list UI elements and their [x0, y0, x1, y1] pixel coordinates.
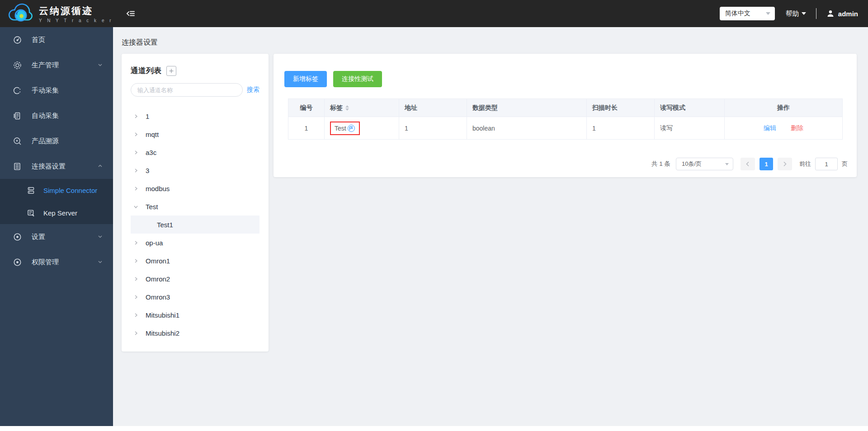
tree-item-label: Omron1: [146, 257, 170, 265]
sidebar-item-home[interactable]: 首页: [0, 27, 113, 52]
user-menu[interactable]: admin: [826, 9, 858, 18]
caret-right-icon[interactable]: [133, 114, 140, 119]
channel-tree: 1 mqtt a3c 3 modbus Test: [122, 107, 269, 342]
sidebar-collapse-icon[interactable]: [126, 9, 136, 18]
auto-collect-icon: [13, 111, 22, 120]
col-header-actions: 操作: [725, 99, 843, 117]
caret-right-icon[interactable]: [133, 240, 140, 245]
tree-item[interactable]: mqtt: [131, 125, 259, 143]
delete-link[interactable]: 删除: [791, 124, 803, 131]
tree-item[interactable]: modbus: [131, 179, 259, 197]
tree-item-label: Omron3: [146, 293, 170, 301]
tree-item-expanded[interactable]: Test: [131, 197, 259, 216]
app-logo: 云纳源循迹 Y N Y T r a c k e r: [7, 3, 113, 24]
tree-item[interactable]: Mitsubishi2: [131, 324, 259, 342]
caret-right-icon[interactable]: [133, 132, 140, 137]
main-content: 连接器设置 通道列表 搜索 1 mqtt a3c: [113, 27, 868, 426]
sidebar-item-label: 连接器设置: [32, 162, 98, 171]
tree-item-label: Mitsubishi2: [146, 329, 179, 337]
page-number-button[interactable]: 1: [760, 158, 773, 170]
tree-item[interactable]: a3c: [131, 143, 259, 161]
sidebar-subitem-label: Simple Connector: [43, 187, 97, 194]
channel-search-row: 搜索: [131, 83, 259, 97]
tree-item[interactable]: 3: [131, 161, 259, 179]
tree-item-label: Test1: [157, 221, 173, 229]
prev-page-button[interactable]: [741, 158, 755, 170]
server-icon: [26, 186, 35, 195]
caret-right-icon[interactable]: [133, 258, 140, 263]
language-select[interactable]: 简体中文: [720, 7, 775, 20]
tree-item[interactable]: Omron2: [131, 270, 259, 288]
app-title-block: 云纳源循迹 Y N Y T r a c k e r: [39, 5, 113, 23]
user-icon: [826, 9, 835, 18]
col-header-tag[interactable]: 标签: [325, 99, 399, 117]
tree-item[interactable]: op-ua: [131, 234, 259, 252]
sidebar-item-auto-collect[interactable]: 自动采集: [0, 103, 113, 128]
tag-value: Test: [335, 125, 346, 132]
sidebar-item-permissions[interactable]: 权限管理: [0, 249, 113, 275]
chevron-down-icon: [98, 259, 103, 265]
search-button[interactable]: 搜索: [247, 86, 259, 94]
sidebar-subitem-simple-connector[interactable]: Simple Connector: [0, 179, 113, 201]
edit-link[interactable]: 编辑: [764, 124, 776, 131]
app-subtitle: Y N Y T r a c k e r: [39, 18, 113, 23]
chevron-down-icon: [98, 234, 103, 239]
sidebar-item-label: 自动采集: [32, 112, 103, 120]
tree-item-label: Omron2: [146, 275, 170, 283]
bottom-scrollbar-track[interactable]: [0, 426, 868, 431]
help-menu[interactable]: 帮助: [786, 9, 806, 18]
tree-item[interactable]: Mitsubishi1: [131, 306, 259, 324]
next-page-button[interactable]: [778, 158, 792, 170]
tree-item-label: op-ua: [146, 239, 163, 247]
col-header-datatype: 数据类型: [467, 99, 587, 117]
header-divider: [816, 8, 816, 19]
chevron-down-icon: [725, 163, 729, 165]
sidebar-item-production[interactable]: 生产管理: [0, 52, 113, 78]
tree-item[interactable]: Omron1: [131, 252, 259, 270]
sidebar-item-connector-settings[interactable]: 连接器设置: [0, 154, 113, 179]
caret-right-icon[interactable]: [133, 276, 140, 281]
channel-list-panel: 通道列表 搜索 1 mqtt a3c 3: [122, 54, 269, 351]
caret-right-icon[interactable]: [133, 168, 140, 173]
chevron-down-icon: [98, 62, 103, 68]
cloud-logo-icon: [7, 3, 34, 24]
caret-right-icon[interactable]: [133, 331, 140, 336]
cell-actions: 编辑 删除: [725, 117, 843, 140]
add-tag-button[interactable]: 新增标签: [284, 71, 327, 87]
col-header-scan: 扫描时长: [587, 99, 655, 117]
caret-right-icon[interactable]: [133, 150, 140, 155]
sidebar-item-label: 设置: [32, 233, 98, 241]
flag-icon[interactable]: [348, 125, 355, 132]
goto-page-input[interactable]: [815, 158, 838, 170]
cell-rw-mode: 读写: [655, 117, 725, 140]
col-header-rwmode: 读写模式: [655, 99, 725, 117]
plus-icon: [169, 68, 174, 74]
sidebar-item-settings[interactable]: 设置: [0, 224, 113, 249]
tree-item-label: 1: [146, 112, 149, 120]
caret-right-icon[interactable]: [133, 295, 140, 300]
sidebar-nav: 首页 生产管理 手动采集 自动采集 产品溯源 连接器设置: [0, 27, 113, 426]
page-size-select[interactable]: 10条/页: [676, 158, 733, 170]
chevron-left-icon: [745, 161, 750, 167]
sort-icon[interactable]: [345, 105, 349, 111]
sidebar-item-product-trace[interactable]: 产品溯源: [0, 128, 113, 154]
tree-item[interactable]: Omron3: [131, 288, 259, 306]
tree-item[interactable]: 1: [131, 107, 259, 125]
caret-right-icon[interactable]: [133, 313, 140, 318]
help-label: 帮助: [786, 9, 799, 18]
sidebar-item-manual-collect[interactable]: 手动采集: [0, 78, 113, 103]
add-channel-button[interactable]: [166, 66, 176, 76]
goto-label: 前往: [799, 160, 811, 168]
caret-down-icon[interactable]: [133, 204, 140, 209]
table-header-row: 编号 标签 地址 数据类型 扫描时长 读写模式 操作: [288, 99, 843, 117]
manual-collect-icon: [13, 86, 22, 95]
caret-right-icon[interactable]: [133, 186, 140, 191]
tree-item-label: Test: [146, 203, 158, 211]
connectivity-test-button[interactable]: 连接性测试: [333, 71, 382, 87]
sidebar-subitem-kep-server[interactable]: Kep Server: [0, 201, 113, 224]
channel-search-input[interactable]: [131, 83, 243, 97]
sidebar-item-label: 产品溯源: [32, 137, 103, 145]
tree-item-selected[interactable]: Test1: [131, 216, 259, 234]
tree-item-label: mqtt: [146, 131, 159, 138]
tree-item-label: modbus: [146, 185, 170, 192]
